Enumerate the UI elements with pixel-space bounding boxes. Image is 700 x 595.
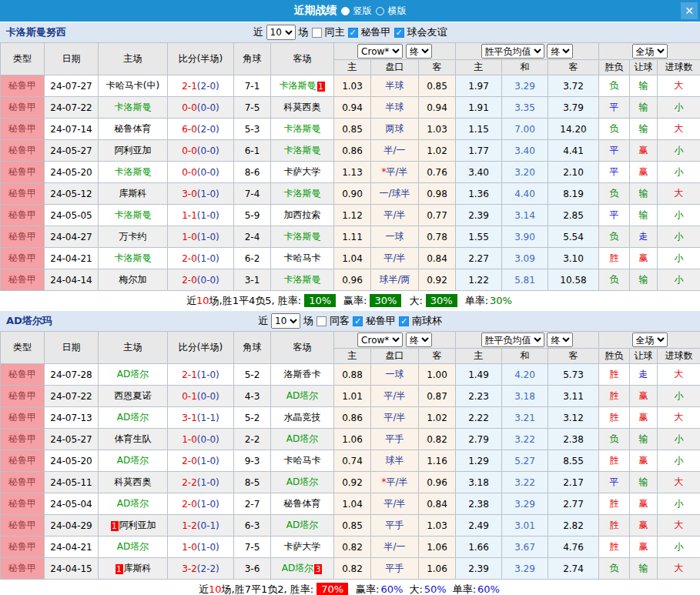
match-row: 秘鲁甲24-04-151库斯科3-2(2-2)3-6AD塔尔30.82平手1.0… <box>1 558 700 580</box>
handicap-result-cell: 赢 <box>630 537 658 558</box>
same-home-checkbox[interactable] <box>312 28 322 38</box>
corner-cell: 6-3 <box>234 515 271 537</box>
europe-odds-select[interactable]: 胜平负均值 <box>481 333 544 347</box>
close-icon[interactable]: ✕ <box>681 2 698 19</box>
score-cell: 2-0(1-0) <box>168 248 234 269</box>
goals-result-cell: 小 <box>658 493 700 515</box>
away-odds-cell: 2.38 <box>548 429 599 450</box>
league-checkbox[interactable] <box>348 28 358 38</box>
cup-checkbox[interactable] <box>399 316 409 326</box>
handicap-away-odds-cell: 0.84 <box>419 493 456 515</box>
away-odds-cell: 2.77 <box>548 493 599 515</box>
games-count-select[interactable]: 10 <box>271 313 300 329</box>
col-odds-draw: 和 <box>502 60 548 75</box>
home-odds-cell: 2.39 <box>456 205 502 226</box>
handicap-result-cell: 输 <box>630 205 658 226</box>
single-rate-label: 单率: <box>453 583 476 595</box>
score-cell: 1-2(0-1) <box>168 515 234 537</box>
handicap-away-odds-cell: 1.02 <box>419 140 456 162</box>
handicap-cell: *平/半 <box>371 472 419 493</box>
col-corner: 角球 <box>234 43 271 75</box>
league-label[interactable]: 秘鲁甲 <box>361 25 391 39</box>
score-cell: 2-1(1-0) <box>168 364 234 386</box>
handicap-cell: 一/球半 <box>371 183 419 205</box>
result-cell: 平 <box>599 140 630 162</box>
col-score: 比分(半场) <box>168 332 234 364</box>
summary-count: 10 <box>196 295 209 306</box>
away-team-cell: 卡洛斯曼 <box>271 269 334 291</box>
match-row: 秘鲁甲24-07-22卡洛斯曼0-0(0-0)7-5科莫西奥0.94半球0.94… <box>1 97 700 119</box>
handicap-cell: 平手 <box>371 429 419 450</box>
score-cell: 6-0(2-0) <box>168 119 234 140</box>
home-team-cell: 1库斯科 <box>99 558 168 580</box>
league-label[interactable]: 秘鲁甲 <box>366 314 396 328</box>
fullmatch-select[interactable]: 全场 <box>632 333 668 347</box>
final-handicap-select[interactable]: 终 <box>406 44 432 58</box>
corner-cell: 8-5 <box>234 472 271 493</box>
fullmatch-select-cell: 全场 <box>599 43 700 60</box>
handicap-result-cell: 走 <box>630 364 658 386</box>
handicap-result-cell: 赢 <box>630 162 658 183</box>
handicap-result-cell: 赢 <box>630 407 658 429</box>
same-home-label[interactable]: 同主 <box>325 25 345 39</box>
away-odds-cell: 8.19 <box>548 183 599 205</box>
handicap-cell: 半/一 <box>371 140 419 162</box>
horizontal-layout-label[interactable]: 横版 <box>388 5 407 18</box>
away-team-cell: 卡洛斯曼 <box>271 119 334 140</box>
home-team-cell: 卡洛斯曼 <box>99 248 168 269</box>
draw-odds-cell: 3.22 <box>502 472 548 493</box>
home-team-cell: AD塔尔 <box>99 407 168 429</box>
cup-checkbox[interactable] <box>394 28 404 38</box>
final-handicap-select[interactable]: 终 <box>406 333 432 347</box>
odds-company-select[interactable]: Crow* <box>357 333 403 347</box>
final-europe-select[interactable]: 终 <box>547 333 573 347</box>
col-handicap-home: 主 <box>334 60 371 75</box>
europe-select-cell: 胜平负均值 终 <box>456 332 599 349</box>
away-team-cell: AD塔尔 <box>271 515 334 537</box>
draw-odds-cell: 3.35 <box>502 97 548 119</box>
handicap-select-cell: Crow* 终 <box>334 332 456 349</box>
single-rate-value: 60% <box>477 583 500 595</box>
handicap-home-odds-cell: 1.11 <box>334 226 371 248</box>
horizontal-layout-radio[interactable] <box>376 7 384 15</box>
result-cell: 平 <box>599 97 630 119</box>
score-cell: 0-0(0-0) <box>168 140 234 162</box>
handicap-away-odds-cell: 0.96 <box>419 472 456 493</box>
league-cell: 秘鲁甲 <box>1 205 45 226</box>
vertical-layout-label[interactable]: 竖版 <box>353 5 372 18</box>
same-away-label[interactable]: 同客 <box>330 314 350 328</box>
cup-label[interactable]: 南球杯 <box>412 314 442 328</box>
handicap-cell: 两球 <box>371 119 419 140</box>
summary-text: 近 <box>186 294 196 308</box>
odds-company-select[interactable]: Crow* <box>357 44 403 58</box>
corner-cell: 3-1 <box>234 269 271 291</box>
away-team-cell: 卡洛斯曼 <box>271 183 334 205</box>
goals-result-cell: 大 <box>658 515 700 537</box>
cup-label[interactable]: 球会友谊 <box>407 25 447 39</box>
match-row: 秘鲁甲24-04-21卡洛斯曼2-0(1-0)6-2卡哈马卡1.04平/半0.8… <box>1 248 700 269</box>
europe-odds-select[interactable]: 胜平负均值 <box>481 44 544 58</box>
away-odds-cell: 4.76 <box>548 537 599 558</box>
goals-result-cell: 大 <box>658 472 700 493</box>
handicap-home-odds-cell: 1.04 <box>334 248 371 269</box>
games-count-select[interactable]: 10 <box>266 25 296 40</box>
home-odds-cell: 1.49 <box>456 364 502 386</box>
handicap-home-odds-cell: 0.96 <box>334 269 371 291</box>
home-odds-cell: 2.79 <box>456 429 502 450</box>
match-row: 秘鲁甲24-07-14秘鲁体育6-0(2-0)5-3卡洛斯曼0.85两球1.03… <box>1 119 700 140</box>
away-odds-cell: 2.17 <box>548 472 599 493</box>
col-goals: 进球数 <box>658 60 700 75</box>
goals-result-cell: 大 <box>658 183 700 205</box>
final-europe-select[interactable]: 终 <box>547 44 573 58</box>
handicap-home-odds-cell: 0.82 <box>334 537 371 558</box>
same-away-checkbox[interactable] <box>317 316 327 326</box>
score-cell: 1-0(0-0) <box>168 429 234 450</box>
league-checkbox[interactable] <box>353 316 363 326</box>
handicap-result-cell: 赢 <box>630 493 658 515</box>
fullmatch-select[interactable]: 全场 <box>632 44 668 58</box>
handicap-away-odds-cell: 1.06 <box>419 558 456 580</box>
col-odds-away: 客 <box>548 60 599 75</box>
summary-text: 近 <box>199 583 209 595</box>
vertical-layout-radio[interactable] <box>341 7 350 15</box>
league-cell: 秘鲁甲 <box>1 429 45 450</box>
